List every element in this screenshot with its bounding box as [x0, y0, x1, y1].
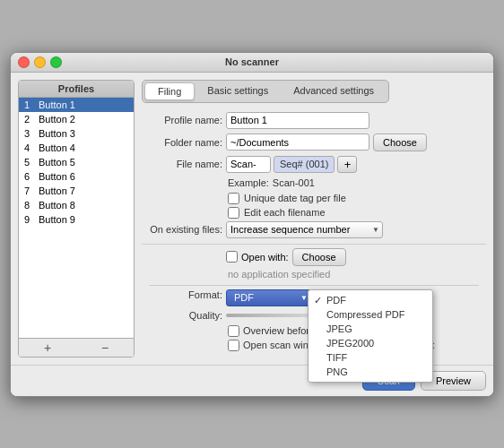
sidebar-item[interactable]: 3Button 3: [19, 126, 134, 141]
sidebar-item-num: 9: [24, 214, 33, 225]
format-dropdown-button[interactable]: PDF ▼: [226, 289, 316, 306]
main-window: No scanner Profiles 1Button 12Button 23B…: [10, 52, 494, 397]
tab-filing[interactable]: Filing: [144, 82, 195, 100]
folder-name-input[interactable]: [226, 134, 369, 151]
profile-name-label: Profile name:: [142, 115, 222, 125]
sidebar-item-label: Button 4: [39, 142, 75, 153]
filing-form: Profile name: Folder name: Choose File n…: [142, 108, 486, 358]
no-app-label: no application specified: [142, 269, 486, 280]
sidebar-item-label: Button 6: [39, 171, 75, 182]
profiles-list: 1Button 12Button 23Button 34Button 45But…: [19, 98, 134, 338]
profile-name-input[interactable]: [226, 112, 369, 129]
format-dropdown-wrapper: PDF ▼ PDF Compressed PDF JPEG JPEG2000 T…: [226, 289, 316, 306]
main-panel: Filing Basic settings Advanced settings …: [142, 80, 486, 358]
sidebar-item[interactable]: 7Button 7: [19, 184, 134, 198]
sidebar-footer: + −: [19, 338, 134, 357]
on-existing-row: On existing files: Increase sequence num…: [142, 221, 486, 238]
choose-app-button[interactable]: Choose: [292, 248, 346, 266]
on-existing-select[interactable]: Increase sequence number: [226, 221, 383, 238]
format-option-jpeg2000[interactable]: JPEG2000: [308, 336, 432, 350]
unique-date-checkbox[interactable]: [228, 193, 239, 204]
quality-label: Quality:: [142, 310, 222, 321]
profiles-sidebar: Profiles 1Button 12Button 23Button 34But…: [18, 80, 135, 358]
edit-each-checkbox[interactable]: [228, 207, 239, 219]
open-with-row: Open with: Choose: [142, 248, 486, 266]
file-name-label: File name:: [142, 159, 222, 169]
window-title: No scanner: [225, 56, 279, 67]
sidebar-item-label: Button 8: [39, 200, 75, 211]
format-option-jpeg[interactable]: JPEG: [308, 322, 432, 336]
format-menu: PDF Compressed PDF JPEG JPEG2000 TIFF PN…: [308, 289, 433, 383]
open-with-checkbox[interactable]: [226, 251, 238, 263]
file-prefix-input[interactable]: [226, 156, 271, 173]
sidebar-item[interactable]: 5Button 5: [19, 155, 134, 169]
tab-basic-settings[interactable]: Basic settings: [195, 82, 281, 100]
unique-date-label: Unique date tag per file: [244, 193, 346, 203]
example-row: Example: Scan-001: [142, 177, 486, 188]
remove-profile-button[interactable]: −: [76, 339, 134, 357]
sidebar-item-num: 5: [24, 157, 33, 168]
sidebar-item-label: Button 9: [39, 214, 75, 225]
example-label: Example:: [228, 177, 269, 188]
folder-name-row: Folder name: Choose: [142, 134, 486, 151]
on-existing-label: On existing files:: [142, 224, 222, 235]
sidebar-item-num: 4: [24, 142, 33, 153]
sidebar-item-label: Button 7: [39, 185, 75, 196]
titlebar-buttons: [18, 56, 62, 68]
sidebar-item[interactable]: 1Button 1: [19, 98, 134, 112]
sidebar-item-label: Button 2: [39, 114, 75, 125]
sidebar-item-label: Button 5: [39, 157, 75, 168]
sidebar-item-num: 8: [24, 200, 33, 211]
content-area: Profiles 1Button 12Button 23Button 34But…: [11, 73, 493, 365]
unique-date-row: Unique date tag per file: [142, 193, 486, 204]
sidebar-item-num: 7: [24, 185, 33, 196]
sidebar-item[interactable]: 9Button 9: [19, 212, 134, 227]
minimize-button[interactable]: [34, 56, 46, 68]
titlebar: No scanner: [11, 53, 493, 73]
maximize-button[interactable]: [50, 56, 62, 68]
on-existing-select-wrapper: Increase sequence number: [226, 221, 383, 238]
sidebar-item-label: Button 3: [39, 128, 75, 139]
choose-folder-button[interactable]: Choose: [373, 134, 427, 151]
sidebar-item[interactable]: 6Button 6: [19, 169, 134, 184]
profile-name-row: Profile name:: [142, 112, 486, 129]
open-scan-window-checkbox[interactable]: [228, 340, 239, 351]
sidebar-item[interactable]: 8Button 8: [19, 198, 134, 212]
sidebar-item-num: 6: [24, 171, 33, 182]
format-row: Format: PDF ▼ PDF Compressed PDF JPEG JP…: [142, 289, 486, 306]
tab-advanced-settings[interactable]: Advanced settings: [281, 82, 387, 100]
format-option-tiff[interactable]: TIFF: [308, 350, 432, 365]
format-option-compressed-pdf[interactable]: Compressed PDF: [308, 307, 432, 322]
sidebar-item-num: 2: [24, 114, 33, 125]
filename-group: Seq# (001) +: [226, 156, 357, 173]
edit-each-row: Edit each filename: [142, 207, 486, 219]
profiles-header: Profiles: [19, 81, 134, 98]
sidebar-item-num: 1: [24, 99, 33, 110]
sidebar-item-label: Button 1: [39, 99, 75, 110]
add-seq-button[interactable]: +: [337, 156, 357, 173]
format-dropdown-arrow: ▼: [300, 294, 308, 302]
format-option-pdf[interactable]: PDF: [308, 293, 432, 307]
format-option-png[interactable]: PNG: [308, 365, 432, 379]
edit-each-label: Edit each filename: [244, 207, 326, 218]
close-button[interactable]: [18, 56, 30, 68]
seq-badge: Seq# (001): [274, 156, 335, 173]
format-current-value: PDF: [234, 292, 254, 303]
overview-before-checkbox[interactable]: [228, 325, 239, 337]
open-with-text: Open with:: [241, 252, 289, 263]
add-profile-button[interactable]: +: [19, 339, 76, 357]
example-value: Scan-001: [273, 177, 315, 188]
folder-name-label: Folder name:: [142, 137, 222, 148]
sidebar-item-num: 3: [24, 128, 33, 139]
file-name-row: File name: Seq# (001) +: [142, 156, 486, 173]
sidebar-item[interactable]: 4Button 4: [19, 141, 134, 155]
tab-bar: Filing Basic settings Advanced settings: [142, 80, 389, 103]
sidebar-item[interactable]: 2Button 2: [19, 112, 134, 126]
format-label: Format:: [142, 289, 222, 300]
